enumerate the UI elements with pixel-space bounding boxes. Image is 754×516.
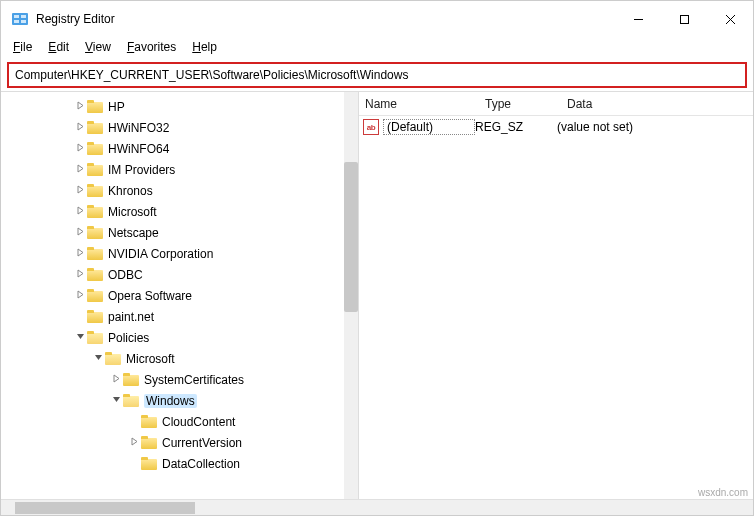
tree-item-label: Microsoft (108, 205, 157, 219)
column-type[interactable]: Type (485, 97, 567, 111)
chevron-right-icon[interactable] (73, 143, 87, 154)
app-icon (11, 10, 29, 28)
folder-icon (105, 352, 121, 365)
tree-item-label: HWiNFO32 (108, 121, 169, 135)
svg-rect-0 (12, 13, 28, 25)
value-row[interactable]: ab (Default) REG_SZ (value not set) (359, 116, 753, 138)
chevron-right-icon[interactable] (73, 164, 87, 175)
folder-icon (87, 310, 103, 323)
tree-item[interactable]: Microsoft (1, 201, 358, 222)
column-name[interactable]: Name (365, 97, 485, 111)
twisty-spacer: . (127, 458, 141, 469)
horizontal-scrollbar[interactable] (1, 499, 753, 515)
window-controls (615, 1, 753, 37)
svg-rect-3 (14, 20, 19, 23)
chevron-right-icon[interactable] (73, 248, 87, 259)
tree-item[interactable]: ODBC (1, 264, 358, 285)
folder-icon (123, 394, 139, 407)
scrollbar-thumb[interactable] (344, 162, 358, 312)
tree-item-label: Netscape (108, 226, 159, 240)
hscroll-thumb[interactable] (15, 502, 195, 514)
chevron-right-icon[interactable] (73, 206, 87, 217)
menu-view[interactable]: View (85, 40, 111, 54)
svg-rect-2 (21, 15, 26, 18)
tree-item[interactable]: IM Providers (1, 159, 358, 180)
value-data: (value not set) (557, 120, 633, 134)
vertical-scrollbar[interactable] (344, 92, 358, 499)
tree-item[interactable]: Netscape (1, 222, 358, 243)
chevron-right-icon[interactable] (73, 290, 87, 301)
folder-icon (87, 121, 103, 134)
chevron-down-icon[interactable] (73, 332, 87, 343)
tree-item[interactable]: Microsoft (1, 348, 358, 369)
address-bar[interactable]: Computer\HKEY_CURRENT_USER\Software\Poli… (7, 62, 747, 88)
menu-help[interactable]: Help (192, 40, 217, 54)
tree-item[interactable]: HWiNFO32 (1, 117, 358, 138)
twisty-spacer: . (73, 311, 87, 322)
chevron-right-icon[interactable] (73, 122, 87, 133)
folder-icon (87, 100, 103, 113)
tree-item-label: Microsoft (126, 352, 175, 366)
tree-item[interactable]: Policies (1, 327, 358, 348)
tree-item-label: Policies (108, 331, 149, 345)
tree-item-label: SystemCertificates (144, 373, 244, 387)
close-button[interactable] (707, 1, 753, 37)
tree-item[interactable]: Khronos (1, 180, 358, 201)
title-bar: Registry Editor (1, 1, 753, 37)
folder-icon (87, 163, 103, 176)
folder-icon (87, 268, 103, 281)
tree-pane[interactable]: HPHWiNFO32HWiNFO64IM ProvidersKhronosMic… (1, 92, 359, 499)
folder-icon (87, 331, 103, 344)
tree-item[interactable]: CurrentVersion (1, 432, 358, 453)
chevron-right-icon[interactable] (73, 101, 87, 112)
tree-item[interactable]: Opera Software (1, 285, 358, 306)
tree-item[interactable]: .CloudContent (1, 411, 358, 432)
tree-item[interactable]: HWiNFO64 (1, 138, 358, 159)
chevron-down-icon[interactable] (109, 395, 123, 406)
tree-item-label: Opera Software (108, 289, 192, 303)
folder-icon (87, 289, 103, 302)
column-headers[interactable]: Name Type Data (359, 92, 753, 116)
tree-item-label: ODBC (108, 268, 143, 282)
tree-item-label: CloudContent (162, 415, 235, 429)
tree-item[interactable]: NVIDIA Corporation (1, 243, 358, 264)
tree-item-label: DataCollection (162, 457, 240, 471)
minimize-button[interactable] (615, 1, 661, 37)
menu-edit[interactable]: Edit (48, 40, 69, 54)
tree-item-label: CurrentVersion (162, 436, 242, 450)
menu-file[interactable]: File (13, 40, 32, 54)
tree-item-label: NVIDIA Corporation (108, 247, 213, 261)
watermark: wsxdn.com (698, 487, 748, 498)
chevron-right-icon[interactable] (109, 374, 123, 385)
tree-item-label: IM Providers (108, 163, 175, 177)
chevron-right-icon[interactable] (73, 227, 87, 238)
folder-icon (141, 457, 157, 470)
svg-rect-1 (14, 15, 19, 18)
folder-icon (87, 205, 103, 218)
folder-icon (123, 373, 139, 386)
column-data[interactable]: Data (567, 97, 753, 111)
tree-item[interactable]: Windows (1, 390, 358, 411)
maximize-button[interactable] (661, 1, 707, 37)
folder-icon (141, 415, 157, 428)
tree-item[interactable]: .paint.net (1, 306, 358, 327)
svg-rect-6 (680, 15, 688, 23)
tree-item-label: Windows (144, 394, 197, 408)
tree-item[interactable]: SystemCertificates (1, 369, 358, 390)
tree-item[interactable]: HP (1, 96, 358, 117)
string-value-icon: ab (363, 119, 379, 135)
chevron-right-icon[interactable] (127, 437, 141, 448)
menu-favorites[interactable]: Favorites (127, 40, 176, 54)
twisty-spacer: . (127, 416, 141, 427)
tree-item-label: HP (108, 100, 125, 114)
chevron-right-icon[interactable] (73, 269, 87, 280)
value-name[interactable]: (Default) (383, 119, 475, 135)
window-title: Registry Editor (36, 12, 115, 26)
chevron-down-icon[interactable] (91, 353, 105, 364)
tree-item-label: paint.net (108, 310, 154, 324)
tree-item[interactable]: .DataCollection (1, 453, 358, 474)
chevron-right-icon[interactable] (73, 185, 87, 196)
folder-icon (87, 184, 103, 197)
tree-item-label: HWiNFO64 (108, 142, 169, 156)
folder-icon (87, 247, 103, 260)
